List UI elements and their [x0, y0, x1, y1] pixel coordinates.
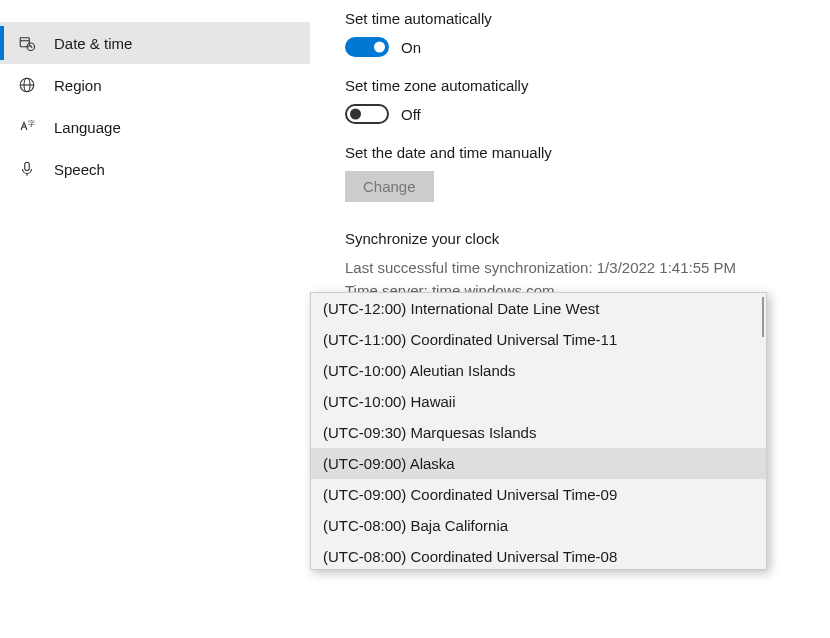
manual-label: Set the date and time manually	[345, 144, 790, 161]
change-button: Change	[345, 171, 434, 202]
manual-date-time-block: Set the date and time manually Change	[345, 144, 790, 202]
sidebar-item-speech[interactable]: Speech	[0, 148, 310, 190]
calendar-clock-icon	[18, 34, 36, 52]
timezone-option[interactable]: (UTC-12:00) International Date Line West	[311, 293, 766, 324]
sync-heading: Synchronize your clock	[345, 230, 790, 247]
globe-icon	[18, 76, 36, 94]
language-icon: 字	[18, 118, 36, 136]
svg-line-4	[31, 47, 33, 48]
timezone-option[interactable]: (UTC-08:00) Coordinated Universal Time-0…	[311, 541, 766, 569]
sidebar-item-language[interactable]: 字 Language	[0, 106, 310, 148]
svg-rect-0	[20, 38, 29, 47]
sidebar-item-region[interactable]: Region	[0, 64, 310, 106]
timezone-option[interactable]: (UTC-09:00) Coordinated Universal Time-0…	[311, 479, 766, 510]
timezone-option-selected[interactable]: (UTC-09:00) Alaska	[311, 448, 766, 479]
sidebar-item-label: Language	[54, 119, 121, 136]
sidebar-item-label: Region	[54, 77, 102, 94]
set-tz-auto-toggle[interactable]	[345, 104, 389, 124]
set-time-automatically-block: Set time automatically On	[345, 10, 790, 57]
set-time-auto-label: Set time automatically	[345, 10, 790, 27]
settings-sidebar: Date & time Region 字 Language	[0, 0, 310, 638]
microphone-icon	[18, 160, 36, 178]
svg-rect-10	[25, 162, 30, 170]
scrollbar-thumb[interactable]	[762, 297, 764, 337]
timezone-option[interactable]: (UTC-09:30) Marquesas Islands	[311, 417, 766, 448]
sidebar-item-label: Speech	[54, 161, 105, 178]
timezone-option[interactable]: (UTC-10:00) Hawaii	[311, 386, 766, 417]
sidebar-item-date-time[interactable]: Date & time	[0, 22, 310, 64]
set-tz-auto-state: Off	[401, 106, 421, 123]
timezone-dropdown[interactable]: (UTC-12:00) International Date Line West…	[310, 292, 767, 570]
set-tz-auto-toggle-row: Off	[345, 104, 790, 124]
main-content: Set time automatically On Set time zone …	[310, 0, 830, 638]
sidebar-item-label: Date & time	[54, 35, 132, 52]
set-time-auto-toggle[interactable]	[345, 37, 389, 57]
toggle-knob	[350, 109, 361, 120]
set-time-auto-toggle-row: On	[345, 37, 790, 57]
timezone-option[interactable]: (UTC-08:00) Baja California	[311, 510, 766, 541]
timezone-option[interactable]: (UTC-10:00) Aleutian Islands	[311, 355, 766, 386]
set-tz-auto-label: Set time zone automatically	[345, 77, 790, 94]
timezone-option[interactable]: (UTC-11:00) Coordinated Universal Time-1…	[311, 324, 766, 355]
last-sync-text: Last successful time synchronization: 1/…	[345, 257, 790, 280]
set-time-auto-state: On	[401, 39, 421, 56]
set-timezone-automatically-block: Set time zone automatically Off	[345, 77, 790, 124]
svg-text:字: 字	[28, 120, 35, 127]
toggle-knob	[374, 42, 385, 53]
